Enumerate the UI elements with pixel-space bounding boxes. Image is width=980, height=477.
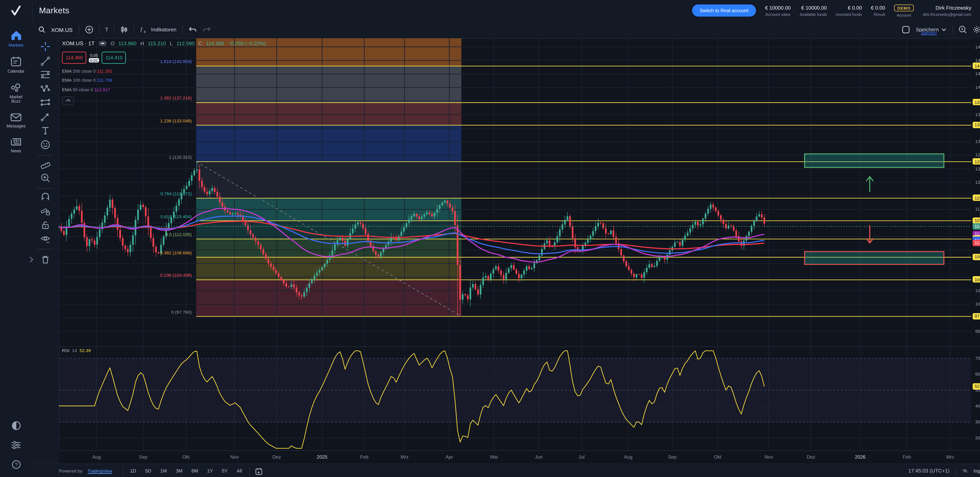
symbol-search-button[interactable]: XOM.US [51, 27, 73, 33]
time-axis-label: Mai [490, 454, 498, 460]
arrow-marker-tool-icon[interactable] [40, 112, 50, 122]
fib-retracement-tool-icon[interactable] [40, 70, 50, 80]
measure-tool-icon[interactable] [40, 159, 50, 169]
range-all-button[interactable]: All [235, 467, 244, 475]
spread-display: 0.05 0.01 [89, 53, 99, 62]
indicators-collapse-button[interactable] [62, 96, 74, 105]
price-badge: 143.954 [972, 63, 980, 69]
sliders-icon[interactable] [11, 441, 21, 450]
range-6m-button[interactable]: 6M [189, 467, 200, 475]
svg-text:x: x [144, 29, 146, 34]
ema-name: EMA [62, 68, 72, 73]
time-axis-label: Nov [230, 454, 239, 460]
price-tick: 140.000 [975, 85, 980, 89]
tradingview-link[interactable]: TradingView [88, 469, 112, 473]
ema-200-row[interactable]: EMA 200 close 0 111.262 [62, 68, 266, 73]
ema-50-row[interactable]: EMA 50 close 0 112.917 [62, 87, 266, 92]
time-axis-corner[interactable] [971, 450, 980, 464]
time-axis-label: Sep [668, 454, 676, 460]
demo-account-badge[interactable]: DEMO Account [894, 4, 914, 17]
ema-100-row[interactable]: EMA 100 close 0 111.786 [62, 78, 266, 82]
drawing-mode-lock-icon[interactable] [40, 206, 50, 216]
text-tool-icon[interactable] [40, 126, 50, 136]
chevron-up-icon [65, 99, 70, 102]
home-icon [10, 30, 22, 41]
quick-search-icon[interactable] [959, 25, 967, 34]
price-tick: 142.500 [975, 71, 980, 76]
ema-name: EMA [62, 87, 72, 92]
position-tool-icon[interactable] [40, 98, 50, 108]
range-1y-button[interactable]: 1Y [205, 467, 215, 475]
log-scale-button[interactable]: log [974, 468, 980, 474]
user-name: Dirk Friczewsky [935, 5, 971, 10]
contrast-icon[interactable] [11, 421, 21, 430]
undo-icon[interactable] [189, 26, 197, 33]
left-sidebar: Markets Calendar Market Buzz [0, 21, 33, 477]
range-3m-button[interactable]: 3M [174, 467, 185, 475]
lock-all-tool-icon[interactable] [40, 220, 50, 230]
symbol-visibility-toggle[interactable] [99, 41, 107, 46]
buy-button[interactable]: 114.410 [102, 52, 126, 64]
range-5d-button[interactable]: 5D [143, 467, 153, 475]
candlestick-icon[interactable] [120, 25, 128, 34]
result-label: Result [874, 12, 885, 16]
fib-level-label: 0.5 (112.035) [165, 232, 192, 237]
price-axis[interactable]: 147.500145.000142.500140.000135.000130.0… [971, 38, 980, 450]
interval-button[interactable]: T [105, 27, 108, 33]
crosshair-tool-icon[interactable] [40, 41, 50, 52]
sidebar-item-messages[interactable]: Messages [0, 113, 32, 128]
ohlc-close-label: C [198, 41, 202, 46]
sidebar-label: Calendar [8, 69, 24, 74]
save-tooltip: Speichern [921, 30, 937, 35]
price-tick: 122.500 [975, 180, 980, 184]
switch-to-real-account-button[interactable]: Switch to Real account [692, 5, 756, 17]
delete-tool-icon[interactable] [40, 254, 50, 265]
sidebar-label: Markets [9, 43, 23, 48]
magnet-tool-icon[interactable] [40, 192, 50, 202]
price-badge: 119.572 [972, 195, 980, 201]
sidebar-item-market-buzz[interactable]: Market Buzz [0, 83, 32, 104]
range-1m-button[interactable]: 1M [158, 467, 169, 475]
indicators-button[interactable]: f x Indikatoren [140, 25, 177, 34]
sidebar-item-news[interactable]: News [0, 137, 32, 154]
rsi-legend[interactable]: RSI 14 52.39 [62, 348, 91, 353]
price-tick: 147.500 [975, 44, 980, 49]
pattern-tool-icon[interactable] [40, 84, 50, 94]
legend-symbol[interactable]: XOM.US · 1T [62, 40, 94, 47]
hide-drawings-tool-icon[interactable] [40, 234, 50, 244]
app-logo[interactable] [0, 0, 33, 21]
sidebar-item-calendar[interactable]: Calendar [0, 56, 32, 74]
ohlc-open: 113.960 [118, 41, 137, 46]
ema-params: 50 close 0 [73, 87, 93, 92]
sell-button[interactable]: 114.360 [62, 52, 86, 64]
zoom-in-tool-icon[interactable] [40, 173, 50, 183]
pane-divider[interactable] [59, 346, 980, 347]
range-1d-button[interactable]: 1D [128, 467, 138, 475]
toolbar-expand-chevron-icon[interactable] [28, 256, 35, 263]
drawing-toolbar [32, 38, 59, 463]
percent-scale-button[interactable]: % [963, 468, 967, 474]
rsi-value: 52.39 [80, 348, 91, 353]
plus-circle-icon[interactable] [85, 25, 93, 34]
range-5y-button[interactable]: 5Y [220, 467, 230, 475]
sidebar-item-markets[interactable]: Markets [0, 30, 32, 48]
fib-level-label: 1.236 (133.048) [160, 119, 192, 123]
chart-toolbar: XOM.US T f x Indikator [32, 21, 980, 39]
clock-display[interactable]: 17:45:03 (UTC+1) [908, 468, 950, 474]
time-axis[interactable]: AugSepOktNovDez2025FebMrzAprMaiJunJulAug… [59, 450, 971, 464]
available-funds-label: Available funds [800, 12, 827, 16]
gear-icon[interactable] [972, 25, 980, 34]
trend-line-tool-icon[interactable] [40, 56, 50, 67]
ohlc-high-label: H [140, 41, 144, 46]
price-badge: 137.216 [972, 99, 980, 106]
time-axis-label: Mrz [401, 454, 409, 460]
layout-icon[interactable] [902, 25, 910, 34]
emoji-tool-icon[interactable] [40, 139, 50, 150]
price-tick: 102.500 [975, 288, 980, 293]
help-icon[interactable]: ? [11, 460, 21, 469]
available-funds: € 10000.00 [801, 5, 827, 10]
redo-icon[interactable] [203, 26, 211, 33]
time-axis-label: Dez [807, 454, 815, 460]
logo-checkmark-icon [9, 3, 23, 17]
go-to-date-icon[interactable] [255, 467, 262, 475]
